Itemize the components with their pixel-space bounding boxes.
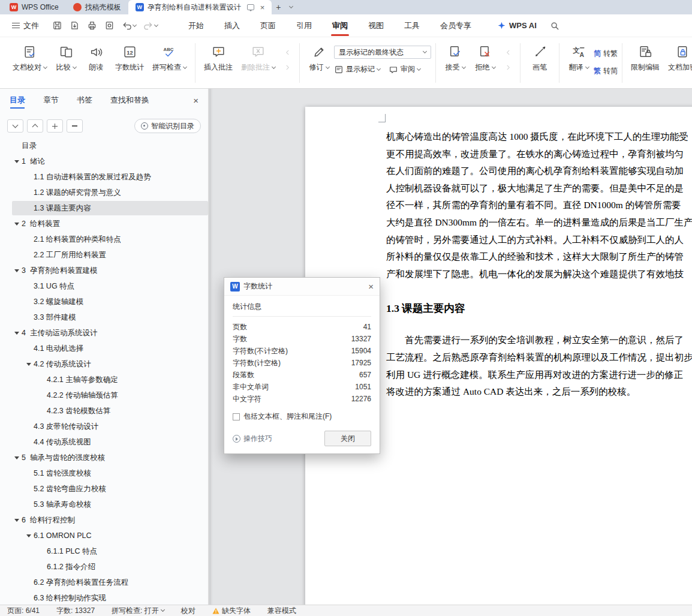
toc-item[interactable]: 4.1 电动机选择 <box>0 341 208 356</box>
restrict-edit-button[interactable]: 限制编辑 <box>627 40 664 83</box>
pen-button[interactable]: 画笔 <box>525 40 555 83</box>
toc-item[interactable]: 5.3 轴承寿命校核 <box>0 497 208 512</box>
menu-tab[interactable]: 视图 <box>358 14 394 37</box>
previous-change-button[interactable] <box>502 47 514 58</box>
toc-item[interactable]: 6.1 OMRON PLC <box>0 528 208 543</box>
next-change-button[interactable] <box>502 62 514 73</box>
tab-chapters[interactable]: 章节 <box>43 89 59 112</box>
accept-button[interactable]: 接受 <box>440 40 470 83</box>
menu-tab[interactable]: 会员专享 <box>430 14 482 37</box>
tab-bookmarks[interactable]: 书签 <box>77 89 92 112</box>
spellcheck-status[interactable]: 拼写检查: 打开 <box>112 606 164 616</box>
track-changes-button[interactable]: 修订 <box>304 40 334 83</box>
toc-item[interactable]: 2.2 工厂所用给料装置 <box>0 247 208 263</box>
tab-list-dropdown[interactable] <box>285 0 297 14</box>
doc-chat-icon[interactable] <box>247 4 254 10</box>
checkbox[interactable] <box>233 413 240 420</box>
collapse-all-button[interactable] <box>67 119 83 133</box>
translate-button[interactable]: 文A 翻译 <box>564 40 594 83</box>
menu-tab[interactable]: 开始 <box>178 14 214 37</box>
toc-item[interactable]: 1.2 课题的研究背景与意义 <box>0 185 208 200</box>
wps-ai-button[interactable]: WPS AI <box>497 21 537 30</box>
toc-item[interactable]: 6.1.1 PLC 特点 <box>0 543 208 559</box>
toc-item[interactable]: 6.3 给料控制动作实现 <box>0 590 208 605</box>
expand-item-button[interactable] <box>27 119 43 133</box>
menu-tab[interactable]: 插入 <box>214 14 250 37</box>
new-tab-button[interactable]: + <box>272 0 285 14</box>
menu-tab[interactable]: 引用 <box>286 14 322 37</box>
missing-font-warning[interactable]: 缺失字体 <box>212 606 251 616</box>
word-count-button[interactable]: 12 字数统计 <box>111 40 148 83</box>
toc-expand-arrow[interactable] <box>12 269 22 272</box>
close-sidebar-icon[interactable]: × <box>193 95 198 106</box>
toc-item[interactable]: 4.2.2 传动轴轴颈估算 <box>0 387 208 403</box>
proofread-button[interactable]: 文档校对 <box>8 40 51 83</box>
toc-item[interactable]: 3.2 螺旋轴建模 <box>0 294 208 309</box>
read-aloud-button[interactable]: 朗读 <box>81 40 111 83</box>
print-button[interactable] <box>87 20 97 31</box>
expand-all-button[interactable] <box>47 119 63 133</box>
toc-item[interactable]: 3.1 UG 特点 <box>0 278 208 294</box>
toc-item[interactable]: 3 孕育剂给料装置建模 <box>0 263 208 278</box>
toc-expand-arrow[interactable] <box>12 223 22 226</box>
compare-button[interactable]: 比较 <box>51 40 81 83</box>
tab-find-replace[interactable]: 查找和替换 <box>110 89 149 112</box>
previous-comment-button[interactable] <box>281 47 293 58</box>
dialog-title-bar[interactable]: W 字数统计 × <box>224 278 380 296</box>
toc-item[interactable]: 5 轴承与齿轮的强度校核 <box>0 450 208 465</box>
insert-comment-button[interactable]: 插入批注 <box>200 40 237 83</box>
tab-toc[interactable]: 目录 <box>10 89 25 112</box>
show-markup-button[interactable]: 显示标记 <box>334 64 380 74</box>
toc-item[interactable]: 4.2 传动系统设计 <box>0 356 208 372</box>
export-pdf-button[interactable] <box>70 20 80 31</box>
save-button[interactable] <box>52 20 62 31</box>
proofread-status[interactable]: 校对 <box>181 606 195 616</box>
toc-item[interactable]: 6.1.2 指令介绍 <box>0 559 208 575</box>
delete-comment-button[interactable]: 删除批注 <box>237 40 279 83</box>
chevron-down-icon[interactable] <box>154 22 158 26</box>
encrypt-button[interactable]: 文档加密 <box>664 40 692 83</box>
markup-state-dropdown[interactable]: 显示标记的最终状态 <box>334 46 431 59</box>
template-doc-tab[interactable]: 找稿壳模板 <box>66 0 128 14</box>
file-menu-button[interactable]: 文件 <box>8 20 43 31</box>
document-tab-active[interactable]: W 孕育剂给料自动进料装置设计 × <box>128 0 272 14</box>
toc-item[interactable]: 4.4 传动系统视图 <box>0 434 208 450</box>
toc-item[interactable]: 4.2.3 齿轮模数估算 <box>0 403 208 419</box>
toc-item[interactable]: 2 给料装置 <box>0 216 208 232</box>
word-count-indicator[interactable]: 字数: 13327 <box>56 606 95 616</box>
collapse-item-button[interactable] <box>7 119 23 133</box>
toc-item[interactable]: 4 主传动运动系统设计 <box>0 325 208 341</box>
toc-expand-arrow[interactable] <box>12 519 22 522</box>
search-button[interactable] <box>550 21 559 31</box>
toc-item[interactable]: 1.3 课题主要内容 <box>0 200 208 216</box>
reject-button[interactable]: 拒绝 <box>470 40 500 83</box>
toc-item[interactable]: 1 绪论 <box>0 154 208 169</box>
toc-item[interactable]: 4.3 皮带轮传动设计 <box>0 419 208 434</box>
to-traditional-button[interactable]: 简 转繁 <box>594 49 618 59</box>
redo-button[interactable] <box>143 20 158 31</box>
close-tab-icon[interactable]: × <box>260 3 265 12</box>
dialog-close-icon[interactable]: × <box>368 281 374 292</box>
print-preview-button[interactable] <box>104 20 115 31</box>
toc-item[interactable]: 3.3 部件建模 <box>0 309 208 325</box>
to-simplified-button[interactable]: 繁 转简 <box>594 66 618 76</box>
undo-button[interactable] <box>122 20 136 31</box>
toc-item[interactable]: 6.2 孕育剂给料装置任务流程 <box>0 575 208 590</box>
toc-item[interactable]: 目录 <box>0 138 208 154</box>
menu-tab[interactable]: 工具 <box>394 14 430 37</box>
next-comment-button[interactable] <box>281 62 293 73</box>
toc-expand-arrow[interactable] <box>24 534 34 537</box>
tips-link[interactable]: 操作技巧 <box>233 434 272 444</box>
menu-tab[interactable]: 页面 <box>250 14 286 37</box>
spell-check-button[interactable]: ABC 拼写检查 <box>148 40 191 83</box>
toc-expand-arrow[interactable] <box>12 160 22 163</box>
toc-item[interactable]: 4.2.1 主轴等参数确定 <box>0 372 208 387</box>
toc-item[interactable]: 2.1 给料装置的种类和特点 <box>0 232 208 247</box>
toc-item[interactable]: 6 给料行程控制 <box>0 512 208 528</box>
review-pane-button[interactable]: 审阅 <box>389 64 420 74</box>
chevron-down-icon[interactable] <box>133 22 137 26</box>
toc-expand-arrow[interactable] <box>24 363 34 366</box>
toc-item[interactable]: 1.1 自动进料装置的发展过程及趋势 <box>0 169 208 185</box>
wps-office-home-tab[interactable]: W WPS Office <box>2 0 66 14</box>
toc-expand-arrow[interactable] <box>12 332 22 335</box>
